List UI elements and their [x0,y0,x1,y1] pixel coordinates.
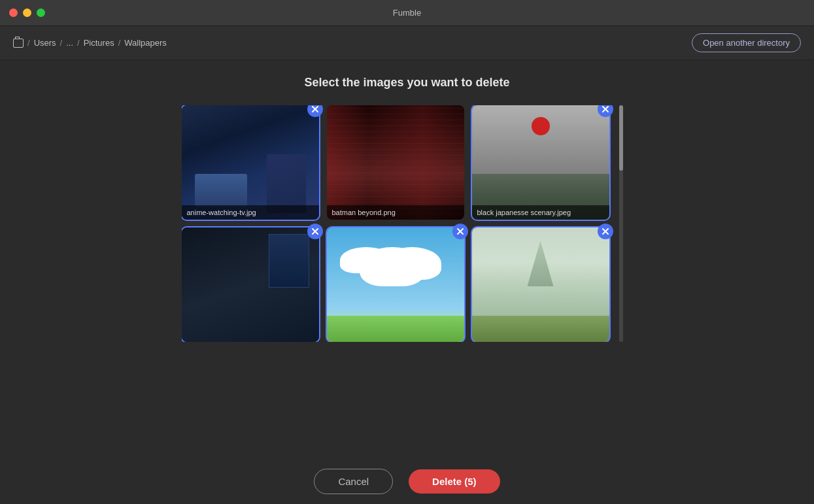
image-label-1: anime-watching-tv.jpg [182,205,319,220]
image-thumbnail-4 [182,227,319,342]
breadcrumb-ellipsis: ... [66,38,73,48]
breadcrumb: / Users / ... / Pictures / Wallpapers [13,38,167,48]
x-icon-3 [602,105,609,113]
image-thumbnail-3 [472,105,609,220]
breadcrumb-users: Users [34,38,56,48]
image-card-2[interactable]: batman beyond.png [327,105,464,220]
breadcrumb-wallpapers: Wallpapers [124,38,167,48]
image-thumbnail-2 [327,105,464,220]
section-title: Select the images you want to delete [304,76,509,90]
delete-badge-5[interactable] [452,224,468,239]
image-label-3: black japanesse scenary.jpeg [472,205,609,220]
toolbar: / Users / ... / Pictures / Wallpapers Op… [0,26,814,60]
image-thumbnail-6 [472,227,609,342]
scrollbar-thumb[interactable] [619,105,623,171]
image-thumbnail-1 [182,105,319,220]
image-grid: anime-watching-tv.jpg batman beyond.png … [182,105,613,342]
x-icon-4 [311,227,319,235]
folder-icon [13,39,24,48]
x-icon-6 [602,227,609,235]
breadcrumb-pictures: Pictures [84,38,114,48]
image-card-5[interactable] [327,227,464,342]
bottom-bar: Cancel Delete (5) [0,458,814,504]
open-directory-button[interactable]: Open another directory [692,33,801,52]
scrollbar[interactable] [619,105,624,342]
minimize-button[interactable] [23,8,31,17]
title-bar: Fumble [0,0,814,26]
delete-badge-4[interactable] [307,224,323,239]
scrollbar-track [619,105,623,342]
delete-badge-6[interactable] [598,224,613,239]
maximize-button[interactable] [37,8,45,17]
app-title: Fumble [393,8,421,18]
image-card-4[interactable] [182,227,319,342]
traffic-lights [9,8,45,17]
image-label-2: batman beyond.png [327,205,464,220]
main-content: Select the images you want to delete ani… [0,60,814,458]
cancel-button[interactable]: Cancel [314,469,393,494]
delete-button[interactable]: Delete (5) [409,469,500,494]
image-thumbnail-5 [327,227,464,342]
image-grid-container: anime-watching-tv.jpg batman beyond.png … [182,105,633,342]
x-icon-5 [456,227,464,235]
close-button[interactable] [9,8,18,17]
image-card-6[interactable] [472,227,609,342]
image-card-3[interactable]: black japanesse scenary.jpeg [472,105,609,220]
image-card-1[interactable]: anime-watching-tv.jpg [182,105,319,220]
x-icon-1 [311,105,319,113]
